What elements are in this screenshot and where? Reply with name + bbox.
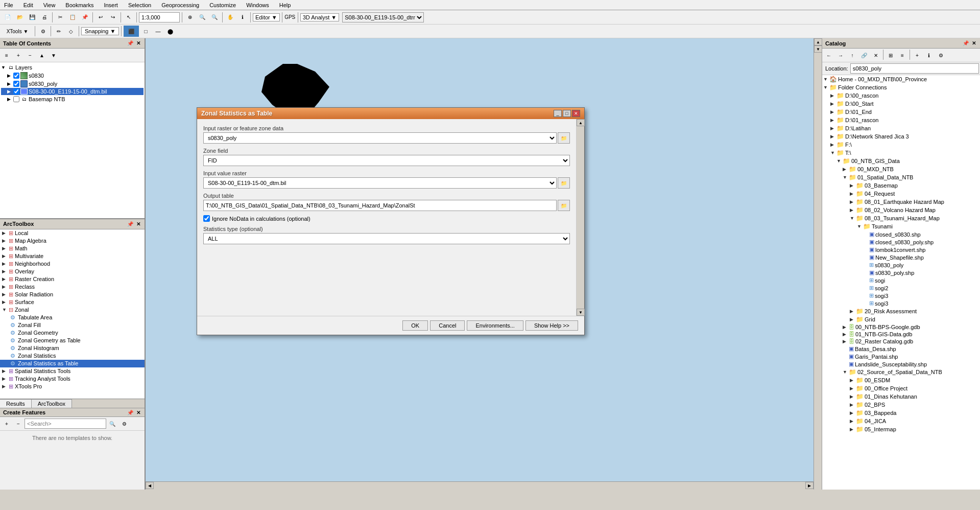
tool-tabulatearea[interactable]: ⚙ Tabulate Area — [0, 314, 145, 321]
zoom-in-btn[interactable]: 🔍 — [197, 12, 208, 23]
dialog-titlebar[interactable]: Zonal Statistics as Table _ □ ✕ — [197, 108, 584, 119]
basemap-checkbox[interactable] — [13, 96, 19, 102]
tool-zonalstatisticstable[interactable]: ⚙ Zonal Statistics as Table — [0, 360, 145, 367]
layer-dropdown[interactable]: S08-30-00_E119-15-00_dtrn ▼ — [342, 12, 424, 22]
s08dtm-checkbox[interactable] — [13, 88, 19, 95]
s0830-checkbox[interactable] — [13, 73, 19, 79]
input-value-raster-select[interactable]: S08-30-00_E119-15-00_dtm.bil — [203, 177, 557, 189]
menu-selection[interactable]: Selection — [126, 2, 153, 8]
cat-f[interactable]: ▶ 📁 F:\ — [822, 141, 980, 149]
dialog-maximize-btn[interactable]: □ — [563, 110, 571, 117]
snap-vertex-btn[interactable]: □ — [140, 26, 151, 37]
cat-dnetwork[interactable]: ▶ 📁 D:\Network Shared Jica 3 — [822, 132, 980, 141]
tab-results[interactable]: Results — [0, 399, 32, 408]
dialog-scroll-down[interactable]: ▼ — [577, 309, 585, 316]
cat-d00rascon[interactable]: ▶ 📁 D:\00_rascon — [822, 91, 980, 100]
cat-connect-btn[interactable]: 🔗 — [858, 50, 870, 61]
tool-multivariate[interactable]: ▶ ⊞ Multivariate — [0, 252, 145, 260]
tool-zonalgeometry[interactable]: ⚙ Zonal Geometry — [0, 329, 145, 337]
cat-sogi[interactable]: ⊞ sogi — [822, 276, 980, 284]
cat-grid[interactable]: ▶ 📁 Grid — [822, 315, 980, 323]
cat-sourcespatial[interactable]: ▼ 📁 02_Source_of_Spatial_Data_NTB — [822, 368, 980, 376]
cat-intermap[interactable]: ▶ 📁 05_Intermap — [822, 425, 980, 433]
cat-03basemap[interactable]: ▶ 📁 03_Basemap — [822, 181, 980, 190]
cat-bps[interactable]: ▶ 📁 02_BPS — [822, 401, 980, 409]
menu-edit[interactable]: Edit — [21, 2, 35, 8]
cat-sogi3[interactable]: ⊞ sogi3 — [822, 292, 980, 299]
menu-help[interactable]: Help — [277, 2, 293, 8]
create-features-close[interactable]: ✕ — [135, 410, 141, 415]
cat-officeproject[interactable]: ▶ 📁 00_Office Project — [822, 384, 980, 392]
tool-overlay[interactable]: ▶ ⊞ Overlay — [0, 268, 145, 275]
cat-d01end[interactable]: ▶ 📁 D:\01_End — [822, 108, 980, 116]
show-help-button[interactable]: Show Help >> — [525, 320, 578, 331]
arctoolbox-close-btn[interactable]: ✕ — [135, 221, 141, 227]
cat-spatialntb[interactable]: ▼ 📁 01_Spatial_Data_NTB — [822, 173, 980, 181]
cat-view-btn[interactable]: ≡ — [897, 50, 908, 61]
vertex-btn[interactable]: ◇ — [65, 26, 77, 37]
cat-sogi3b[interactable]: ⊞ sogi3 — [822, 299, 980, 307]
cat-dlatihan[interactable]: ▶ 📁 D:\Latihan — [822, 124, 980, 132]
cat-s0830poly-item[interactable]: ⊞ s0830_poly — [822, 261, 980, 269]
digitize-btn[interactable]: ✏ — [53, 26, 64, 37]
redo-btn[interactable]: ↪ — [107, 12, 118, 23]
tab-arctoolbox[interactable]: ArcToolbox — [32, 399, 72, 408]
dialog-scrollbar[interactable]: ▲ ▼ — [576, 119, 584, 316]
menu-view[interactable]: View — [41, 2, 58, 8]
toc-item-s0830[interactable]: ▶ s0830 — [1, 72, 144, 80]
zone-field-select[interactable]: FID — [203, 155, 570, 166]
cat-04request[interactable]: ▶ 📁 04_Request — [822, 190, 980, 198]
tool-zonalgeometrytable[interactable]: ⚙ Zonal Geometry as Table — [0, 337, 145, 344]
scroll-up-btn[interactable]: ▲ — [814, 38, 822, 45]
snap-settings-btn[interactable]: ⚙ — [37, 26, 49, 37]
cat-rastercatalog[interactable]: ▶ 🗄 02_Raster Catalog.gdb — [822, 338, 980, 345]
layers-expand[interactable]: ▼ — [1, 65, 6, 70]
dialog-scroll-track[interactable] — [577, 126, 584, 309]
cat-grid-btn[interactable]: ⊞ — [885, 50, 896, 61]
cat-add-btn[interactable]: + — [912, 50, 923, 61]
snap-end-btn[interactable]: ⬛ — [124, 26, 139, 37]
copy-btn[interactable]: 📋 — [67, 12, 78, 23]
cat-landslide[interactable]: ▣ Landslide_Susceptability.shp — [822, 360, 980, 368]
toc-list-btn[interactable]: ≡ — [1, 50, 12, 61]
cf-search-input[interactable] — [25, 419, 106, 429]
arctoolbox-pin-btn[interactable]: 📌 — [126, 221, 134, 227]
tool-surface[interactable]: ▶ ⊞ Surface — [0, 298, 145, 306]
output-table-browse-btn[interactable]: 📁 — [558, 200, 570, 211]
cat-ntbbpsgoogle[interactable]: ▶ 🗄 00_NTB-BPS-Google.gdb — [822, 323, 980, 331]
paste-btn[interactable]: 📌 — [79, 12, 90, 23]
cat-sogi2[interactable]: ⊞ sogi2 — [822, 284, 980, 292]
cat-newshape[interactable]: ▣ New_Shapefile.shp — [822, 253, 980, 261]
tool-zonalstatistics[interactable]: ⚙ Zonal Statistics — [0, 352, 145, 360]
cat-metadata-btn[interactable]: ℹ — [923, 50, 935, 61]
editor-label[interactable]: Editor ▼ — [253, 13, 280, 21]
scroll-right-btn[interactable]: ▶ — [805, 482, 814, 489]
snap-edge-btn[interactable]: — — [152, 26, 163, 37]
dialog-close-btn[interactable]: ✕ — [572, 110, 580, 117]
map-scrollbar-horizontal[interactable]: ◀ ▶ — [146, 481, 814, 490]
ignore-nodata-checkbox[interactable] — [203, 215, 210, 222]
scale-input[interactable] — [139, 12, 180, 22]
cat-tsunami[interactable]: ▼ 📁 08_03_Tsunami_Hazard_Map — [822, 214, 980, 222]
tool-zonalfill[interactable]: ⚙ Zonal Fill — [0, 321, 145, 329]
cat-back-btn[interactable]: ← — [823, 50, 834, 61]
map-scrollbar-vertical[interactable]: ▲ ▼ — [814, 38, 822, 490]
cat-d00start[interactable]: ▶ 📁 D:\00_Start — [822, 100, 980, 108]
cat-riskassess[interactable]: ▶ 📁 20_Risk Assessment — [822, 307, 980, 315]
tool-solarradiation[interactable]: ▶ ⊞ Solar Radiation — [0, 291, 145, 298]
cat-up-btn[interactable]: ↑ — [847, 50, 858, 61]
cat-dinaskehutanan[interactable]: ▶ 📁 01_Dinas Kehutanan — [822, 392, 980, 401]
cat-ntbgis[interactable]: ▼ 📁 00_NTB_GIS_Data — [822, 157, 980, 165]
s0830poly-checkbox[interactable] — [13, 81, 19, 87]
statistics-type-select[interactable]: ALL — [203, 233, 570, 244]
basemap-expand[interactable]: ▶ — [7, 97, 12, 102]
toc-move-down-btn[interactable]: ▼ — [48, 50, 59, 61]
scroll-left-btn[interactable]: ◀ — [146, 482, 154, 489]
cat-garispantai[interactable]: ▣ Garis_Pantai.shp — [822, 353, 980, 360]
cat-tsunamifolder[interactable]: ▼ 📁 Tsunami — [822, 222, 980, 230]
toc-item-basemap[interactable]: ▶ 🗂 Basemap NTB — [1, 95, 144, 103]
catalog-location-input[interactable] — [850, 63, 979, 74]
cat-esdm[interactable]: ▶ 📁 00_ESDM — [822, 376, 980, 384]
cat-jica[interactable]: ▶ 📁 04_JICA — [822, 417, 980, 425]
identify-btn[interactable]: ℹ — [237, 12, 248, 23]
